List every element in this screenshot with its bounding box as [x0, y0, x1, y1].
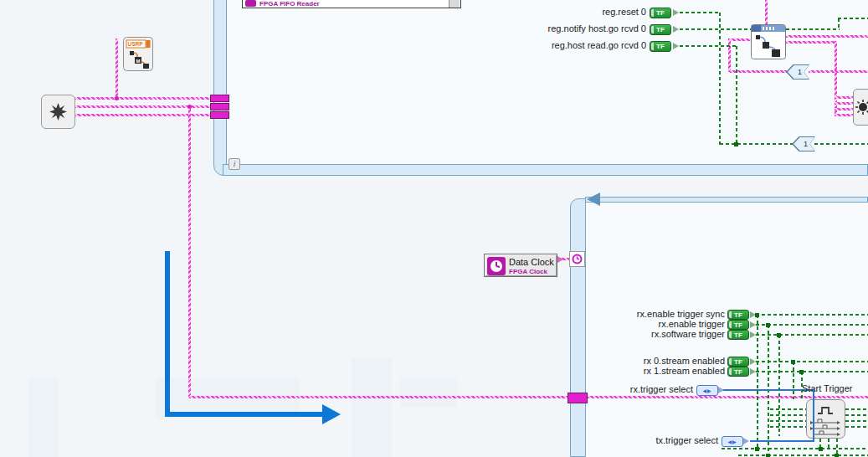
cluster-wire[interactable] — [729, 39, 752, 41]
cluster-wire[interactable] — [116, 39, 118, 99]
wire-junction — [766, 454, 770, 457]
cluster-wire[interactable] — [786, 35, 868, 38]
usrp-session-node[interactable]: USRP M — [123, 37, 153, 71]
cluster-wire[interactable] — [786, 41, 836, 44]
fifo-subvi-icon — [751, 24, 786, 59]
boolean-wire[interactable] — [770, 414, 806, 416]
enum-constant-tx-trigger[interactable]: ◀▶ — [722, 436, 743, 447]
usrp-label: USRP — [128, 41, 144, 47]
boolean-wire[interactable] — [836, 439, 838, 455]
boolean-wire[interactable] — [838, 18, 868, 19]
cluster-tunnel-4[interactable] — [568, 393, 588, 403]
cluster-tunnel-3[interactable] — [210, 111, 229, 119]
boolean-wire[interactable] — [722, 448, 868, 449]
cluster-wire[interactable] — [765, 0, 768, 25]
block-diagram-canvas[interactable]: i FPGA FIFO Reader USRP — [0, 0, 868, 457]
boolean-wire[interactable] — [845, 420, 868, 422]
boolean-wire[interactable] — [845, 414, 868, 416]
start-trigger-label: Start Trigger — [802, 383, 853, 393]
structure-arrow-icon — [587, 193, 600, 206]
fpga-fifo-reader-node[interactable]: FPGA FIFO Reader — [242, 0, 461, 8]
boolean-wire[interactable] — [786, 28, 840, 30]
tf-constant-rx0-stream[interactable]: TF — [727, 357, 749, 367]
feedback-node-1[interactable]: 1 — [786, 64, 809, 80]
enum-arrows-icon: ◀▶ — [727, 439, 737, 444]
boolean-wire[interactable] — [680, 12, 720, 13]
boolean-wire[interactable] — [719, 13, 721, 145]
clock-tunnel[interactable] — [569, 251, 585, 267]
cluster-wire[interactable] — [835, 96, 855, 99]
asterisk-node[interactable] — [41, 95, 75, 129]
boolean-wire[interactable] — [736, 46, 737, 145]
enum-wire[interactable] — [813, 389, 814, 442]
data-clock-output-arrow — [557, 256, 563, 263]
boolean-wire[interactable] — [756, 334, 868, 336]
boolean-wire[interactable] — [680, 45, 737, 47]
boolean-wire[interactable] — [814, 143, 868, 145]
cluster-wire[interactable] — [730, 70, 787, 73]
enum-constant-rx-trigger[interactable]: ◀▶ — [696, 385, 718, 396]
boolean-wire[interactable] — [738, 454, 868, 456]
clock-domain-2-top-border[interactable] — [585, 197, 868, 203]
annotation-arrow-shaft — [165, 251, 170, 417]
boolean-wire[interactable] — [770, 420, 806, 422]
boolean-wire[interactable] — [770, 408, 806, 410]
output-arrow-icon — [743, 438, 749, 444]
output-arrow-icon — [718, 387, 724, 393]
label-rx-enable-trigger-sync: rx.enable trigger sync — [637, 309, 725, 319]
feedback-node-2[interactable]: 1 — [792, 136, 815, 151]
enum-wire[interactable] — [722, 389, 814, 391]
clock-domain-1-left-border[interactable] — [213, 0, 227, 176]
clock-domain-2-left-border[interactable] — [570, 198, 586, 457]
boolean-wire[interactable] — [756, 324, 868, 326]
ghost-shape — [352, 358, 392, 457]
tf-constant-reg-host-read[interactable]: TF — [650, 41, 671, 52]
fifo-subvi-node[interactable] — [751, 24, 786, 59]
tf-constant-rx1-stream[interactable]: TF — [727, 367, 749, 377]
enum-wire[interactable] — [750, 440, 814, 442]
data-clock-constant[interactable]: Data Clock FPGA Clock — [484, 254, 557, 277]
tf-text: TF — [734, 331, 742, 339]
cluster-tunnel-2[interactable] — [210, 103, 229, 110]
boolean-wire[interactable] — [756, 361, 868, 362]
cluster-wire[interactable] — [188, 106, 191, 398]
boolean-wire[interactable] — [845, 426, 868, 428]
boolean-wire[interactable] — [770, 426, 806, 428]
tf-constant-rx-software[interactable]: TF — [727, 330, 749, 340]
cluster-wire[interactable] — [588, 396, 868, 398]
tf-constant-reg-reset[interactable]: TF — [650, 8, 671, 18]
clock-domain-1-bottom-border[interactable] — [223, 164, 868, 176]
output-arrow-icon — [673, 26, 679, 33]
boolean-wire[interactable] — [828, 439, 829, 449]
asterisk-star-icon — [42, 95, 74, 128]
tf-constant-reg-notify[interactable]: TF — [650, 24, 671, 35]
tf-text: TF — [656, 26, 665, 33]
cluster-wire[interactable] — [835, 114, 855, 116]
boolean-wire[interactable] — [793, 362, 794, 399]
cluster-wire[interactable] — [809, 70, 868, 73]
cluster-wire[interactable] — [835, 108, 855, 110]
cluster-tunnel-1[interactable] — [210, 95, 229, 102]
boolean-wire[interactable] — [757, 315, 758, 449]
tf-text: TF — [734, 368, 742, 376]
scope-node[interactable] — [853, 89, 868, 126]
cluster-wire[interactable] — [189, 396, 569, 398]
boolean-wire[interactable] — [838, 18, 840, 29]
wire-junction — [187, 105, 192, 109]
boolean-wire[interactable] — [756, 314, 868, 316]
feedback-delay-value: 1 — [786, 64, 809, 80]
cluster-wire[interactable] — [728, 39, 731, 72]
boolean-wire[interactable] — [720, 143, 793, 145]
boolean-wire[interactable] — [756, 371, 868, 372]
cluster-wire[interactable] — [74, 97, 211, 100]
tf-constant-rx-sync[interactable]: TF — [727, 310, 749, 320]
loop-iteration-terminal[interactable]: i — [229, 158, 240, 170]
output-arrow-icon — [750, 321, 756, 328]
label-rx-trigger-select: rx.trigger select — [630, 384, 693, 394]
boolean-wire[interactable] — [680, 28, 751, 30]
cluster-wire[interactable] — [835, 102, 855, 105]
fifo-reader-title: FPGA FIFO Reader — [259, 0, 320, 8]
boolean-wire[interactable] — [845, 408, 868, 410]
tf-constant-rx-enable[interactable]: TF — [727, 320, 749, 330]
fifo-reader-corner — [449, 0, 460, 8]
